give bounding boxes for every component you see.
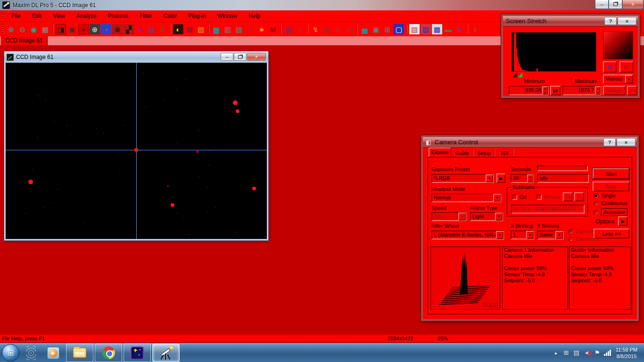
spin-up-icon[interactable]: ▲ — [543, 87, 547, 90]
chevron-down-icon[interactable]: ▼ — [526, 231, 534, 239]
no-filter-icon[interactable]: ⊘ — [344, 24, 355, 34]
shadow-marker-icon[interactable] — [512, 73, 517, 77]
observatory-icon[interactable]: ⌂ — [245, 24, 256, 34]
seconds-input[interactable]: 30 ▲▼ — [511, 174, 533, 183]
chevron-down-icon[interactable]: ▼ — [493, 194, 501, 202]
menu-file[interactable]: File — [6, 12, 26, 20]
combine-icon[interactable]: ▧ — [421, 24, 431, 34]
restore-button[interactable] — [609, 0, 622, 9]
highlight-marker-icon[interactable] — [518, 73, 522, 77]
ruler-icon[interactable]: ▥ — [223, 24, 233, 34]
pixel-table-icon[interactable]: ⊞ — [184, 24, 195, 34]
radio-circle[interactable] — [594, 201, 599, 206]
no-calibrate-icon[interactable]: ⊘ — [333, 24, 343, 34]
image-canvas[interactable] — [6, 63, 267, 239]
menu-analyze[interactable]: Analyze — [71, 12, 102, 20]
subframe-fullsize-button[interactable]: ✕ — [574, 192, 584, 201]
maximum-input[interactable]: 1076.7 ▲▼ — [562, 86, 601, 95]
menu-plugin[interactable]: Plug-in — [182, 12, 211, 20]
chevron-down-icon[interactable]: ▼ — [496, 231, 504, 239]
chevron-down-icon[interactable]: ▼ — [486, 174, 493, 182]
menu-window[interactable]: Window — [212, 12, 243, 20]
taskbar-item-maxim-dl[interactable] — [152, 344, 180, 362]
blink-icon[interactable]: ▨ — [409, 24, 420, 34]
spin-down-icon[interactable]: ▼ — [543, 90, 547, 94]
y-binning-select[interactable]: Same ▼ — [537, 230, 563, 239]
menu-view[interactable]: View — [47, 12, 71, 20]
screen-stretch-icon[interactable]: ▞ — [124, 24, 134, 34]
menu-help[interactable]: Help — [243, 12, 266, 20]
slider-icon[interactable]: ▬ — [443, 24, 454, 34]
single-radio[interactable]: Single — [594, 193, 616, 198]
tab-expose[interactable]: Expose — [429, 148, 451, 157]
pan-icon[interactable]: + — [78, 24, 89, 34]
stack-icon[interactable]: ▩ — [432, 24, 442, 34]
subframe-on-checkbox[interactable]: On — [512, 194, 527, 200]
checkbox-box[interactable] — [537, 195, 542, 200]
3d-plot-thumbnail[interactable]: 3D(1) — [430, 247, 500, 310]
measure-icon[interactable]: ▧ — [234, 24, 244, 34]
help-button[interactable]: ? — [604, 17, 617, 25]
minimum-input[interactable]: 936.08 ▲▼ — [509, 86, 548, 95]
radio-circle[interactable] — [594, 210, 599, 215]
taskbar-item-chrome[interactable] — [95, 344, 122, 362]
tray-network-icon[interactable] — [603, 350, 613, 356]
tray-clipboard-icon[interactable]: ▤ — [571, 349, 582, 356]
screen-stretch-titlebar[interactable]: Screen Stretch ? × — [503, 16, 638, 26]
menu-color[interactable]: Color — [158, 12, 183, 20]
chevron-down-icon[interactable]: ▼ — [458, 213, 466, 221]
cascade-windows-icon[interactable]: ⊞ — [382, 24, 393, 34]
maximum-spinner[interactable]: ▲▼ — [595, 86, 601, 95]
tray-flag-icon[interactable]: ⚑ — [592, 349, 603, 356]
exposure-preset-select[interactable]: *LRGB ▼ — [431, 174, 494, 183]
checkbox-box[interactable] — [512, 195, 517, 200]
image-restore-button[interactable] — [234, 53, 247, 61]
crosshair-icon[interactable]: ⊕ — [90, 24, 100, 34]
zoom-fit-icon[interactable]: ◉ — [29, 24, 39, 34]
zoom-out-icon[interactable]: ⊖ — [17, 24, 28, 34]
lock-icon[interactable]: ▣ — [67, 24, 77, 34]
preset-menu-button[interactable]: ▶ — [496, 173, 505, 183]
less-button[interactable]: Less << — [594, 229, 629, 239]
tile-windows-icon[interactable]: ▣ — [371, 24, 381, 34]
radio-circle[interactable] — [568, 229, 573, 234]
tab-setup[interactable]: Setup — [474, 149, 495, 157]
tray-windows-icon[interactable]: ⊞ — [561, 349, 571, 356]
image-window-titlebar[interactable]: CCD Image 61 – × — [4, 51, 268, 63]
zoom-out-button[interactable]: ⊖ — [619, 61, 633, 73]
tab-tdi[interactable]: TDI — [495, 149, 513, 157]
expand-button[interactable]: >> — [627, 86, 637, 95]
image-close-button[interactable]: × — [247, 53, 266, 61]
screen-stretch-close-button[interactable]: × — [618, 17, 636, 25]
zoom-in-button[interactable]: ⊕ — [603, 61, 617, 73]
menubar-grip[interactable] — [1, 12, 4, 20]
radio-circle[interactable] — [594, 193, 599, 198]
mono-icon[interactable]: M — [268, 24, 278, 34]
header-info-icon[interactable]: ▤ — [146, 24, 157, 34]
update-button[interactable]: Update — [603, 86, 626, 95]
layers-icon[interactable]: ≣ — [157, 24, 168, 34]
filter-wheel-icon[interactable]: ▨ — [196, 24, 206, 34]
menu-process[interactable]: Process — [102, 12, 134, 20]
graph-tool-icon[interactable]: ∿ — [454, 24, 465, 34]
clean-icon[interactable]: ↯ — [310, 24, 321, 34]
spin-up-icon[interactable]: ▲ — [528, 175, 532, 179]
speed-select[interactable]: ISO ▼ — [431, 212, 466, 221]
taskbar-item-planetarium[interactable] — [124, 344, 151, 362]
copy-icon[interactable]: ▤ — [283, 24, 294, 34]
readout-mode-select[interactable]: Normal ▼ — [431, 193, 501, 202]
minimum-spinner[interactable]: ▲▼ — [542, 86, 548, 95]
stop-button[interactable]: Stop — [593, 181, 629, 191]
start-button[interactable]: ⊞ — [2, 344, 19, 362]
curves-icon[interactable]: ∿ — [135, 24, 145, 34]
subframe-mouse-checkbox[interactable]: Mouse — [537, 194, 560, 200]
calibrate-icon[interactable]: ▩ — [322, 24, 332, 34]
subframe-pick-button[interactable]: ◳ — [563, 192, 572, 201]
camera-control-close-button[interactable]: × — [617, 138, 636, 146]
add-frame-icon[interactable]: + — [295, 24, 305, 34]
flip-icon[interactable]: ◨ — [56, 24, 66, 34]
chevron-down-icon[interactable]: ▼ — [555, 231, 563, 239]
image-minimize-button[interactable]: – — [221, 53, 233, 61]
chevron-down-icon[interactable]: ▼ — [625, 75, 633, 83]
tray-expand-icon[interactable]: ▲ — [551, 351, 561, 355]
